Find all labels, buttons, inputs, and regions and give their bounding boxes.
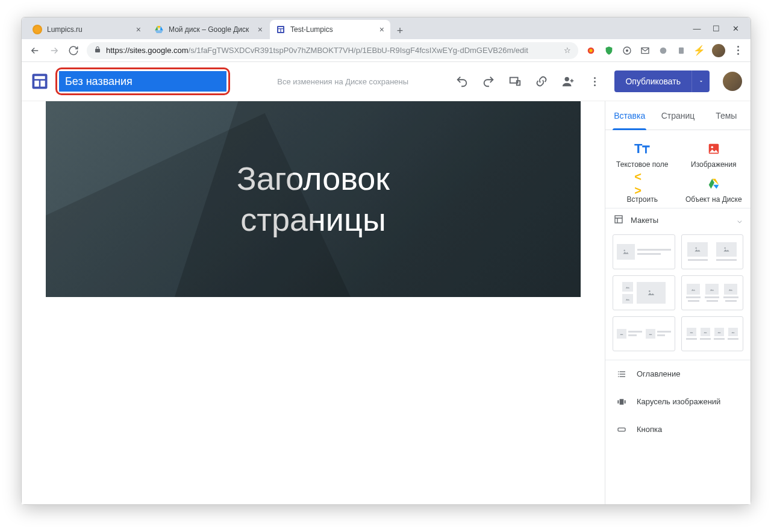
layout-option-3[interactable] (613, 275, 675, 310)
svg-marker-4 (155, 30, 163, 33)
favicon-drive (154, 25, 164, 34)
insert-textbox[interactable]: Tᴛ Текстовое поле (610, 141, 675, 169)
embed-icon: < > (634, 176, 650, 192)
layout-option-4[interactable] (681, 275, 744, 310)
publish-button-group: Опубликовать (614, 70, 710, 92)
browser-menu-icon[interactable] (732, 45, 743, 56)
layout-option-2[interactable] (681, 234, 744, 269)
window-maximize-icon[interactable]: ☐ (712, 24, 720, 33)
svg-rect-5 (277, 26, 284, 33)
undo-icon[interactable] (455, 75, 469, 88)
page-canvas[interactable]: Заголовок страницы (22, 101, 605, 504)
toc-icon (616, 369, 627, 380)
ext-icon-5[interactable]: ⚡ (694, 45, 705, 56)
svg-rect-6 (278, 27, 283, 28)
favicon-sites (276, 25, 286, 34)
close-tab-icon[interactable]: × (136, 25, 141, 34)
bookmark-star-icon[interactable]: ☆ (564, 46, 571, 55)
svg-marker-3 (155, 26, 158, 30)
svg-marker-1 (157, 26, 160, 29)
svg-point-13 (660, 47, 667, 54)
ext-icon-2[interactable] (622, 45, 632, 56)
ext-icon-mail[interactable] (640, 45, 651, 56)
sites-logo-icon[interactable] (30, 72, 49, 91)
page-header-title[interactable]: Заголовок страницы (237, 158, 390, 240)
button-icon (616, 424, 627, 435)
url-input[interactable]: https://sites.google.com/s/1faFgTWSXDCvR… (87, 42, 578, 59)
layouts-icon (614, 214, 623, 226)
tab-insert[interactable]: Вставка (605, 101, 654, 130)
extension-icons: ⚡ (585, 44, 743, 57)
browser-tab-lumpics[interactable]: Lumpics.ru × (27, 20, 147, 39)
window-controls: — ☐ ✕ (693, 17, 746, 39)
tab-title: Test-Lumpics (290, 25, 375, 34)
browser-titlebar: Lumpics.ru × Мой диск – Google Диск × Te… (22, 17, 751, 39)
redo-icon[interactable] (482, 75, 495, 88)
layouts-label: Макеты (631, 216, 658, 225)
more-options-icon[interactable] (588, 75, 601, 88)
svg-rect-16 (34, 76, 45, 79)
svg-rect-34 (618, 374, 619, 374)
svg-point-28 (624, 249, 625, 251)
account-avatar[interactable] (723, 72, 742, 91)
tab-themes[interactable]: Темы (702, 101, 751, 130)
nav-forward-icon[interactable] (48, 45, 60, 57)
new-tab-button[interactable]: + (392, 22, 408, 39)
page-header-section[interactable]: Заголовок страницы (46, 101, 581, 297)
favicon-lumpics (33, 25, 42, 34)
main-area: Заголовок страницы Вставка Страниц Темы … (22, 101, 751, 504)
ext-icon-1[interactable] (585, 45, 596, 56)
browser-window: Lumpics.ru × Мой диск – Google Диск × Te… (21, 17, 751, 505)
nav-reload-icon[interactable] (67, 45, 80, 57)
textbox-icon: Tᴛ (634, 141, 650, 157)
svg-point-23 (711, 146, 713, 148)
insert-embed-label: Встроить (627, 195, 658, 204)
publish-dropdown-icon[interactable] (691, 70, 710, 92)
publish-button[interactable]: Опубликовать (614, 70, 691, 92)
share-person-icon[interactable] (561, 75, 575, 88)
side-panel: Вставка Страниц Темы Tᴛ Текстовое поле И… (605, 101, 751, 504)
profile-avatar-small[interactable] (712, 44, 725, 57)
drive-icon (706, 176, 722, 192)
window-close-icon[interactable]: ✕ (731, 24, 740, 33)
svg-marker-2 (160, 26, 163, 30)
button-label: Кнопка (637, 425, 662, 434)
svg-point-29 (696, 248, 697, 249)
window-minimize-icon[interactable]: — (693, 24, 701, 33)
link-icon[interactable] (535, 75, 548, 88)
insert-embed[interactable]: < > Встроить (610, 176, 675, 204)
layout-option-5[interactable] (613, 316, 675, 351)
svg-point-30 (725, 248, 726, 249)
ext-icon-4[interactable] (676, 45, 687, 56)
layout-option-6[interactable] (681, 316, 744, 351)
ext-icon-shield[interactable] (604, 45, 614, 56)
preview-icon[interactable] (508, 75, 522, 88)
tab-title: Мой диск – Google Диск (169, 25, 253, 34)
layout-option-1[interactable] (613, 234, 675, 269)
browser-tab-sites[interactable]: Test-Lumpics × (270, 20, 390, 39)
insert-images[interactable]: Изображения (682, 141, 746, 169)
layouts-header[interactable]: Макеты ⌵ (605, 208, 751, 232)
insert-drive[interactable]: Объект на Диске (682, 176, 746, 204)
nav-back-icon[interactable] (29, 45, 41, 57)
page-body-section[interactable] (46, 297, 581, 478)
svg-point-12 (626, 49, 628, 52)
tab-pages[interactable]: Страниц (654, 101, 702, 130)
svg-rect-36 (618, 376, 619, 377)
url-host: https://sites.google.com/s/1faFgTWSXDCvR… (106, 46, 528, 55)
insert-drive-label: Объект на Диске (685, 195, 742, 204)
ext-icon-3[interactable] (658, 45, 669, 56)
svg-point-10 (589, 49, 592, 52)
browser-tab-drive[interactable]: Мой диск – Google Диск × (148, 20, 269, 39)
collapse-icon[interactable]: ⌵ (737, 216, 742, 225)
insert-carousel[interactable]: Карусель изображений (605, 388, 751, 416)
toc-label: Оглавление (637, 369, 680, 378)
insert-button[interactable]: Кнопка (605, 416, 751, 443)
insert-toc[interactable]: Оглавление (605, 360, 751, 388)
svg-rect-27 (615, 216, 622, 223)
svg-rect-41 (618, 428, 625, 431)
svg-marker-26 (709, 179, 714, 189)
site-title-input[interactable] (59, 71, 226, 92)
close-tab-icon[interactable]: × (379, 25, 384, 34)
close-tab-icon[interactable]: × (258, 25, 263, 34)
